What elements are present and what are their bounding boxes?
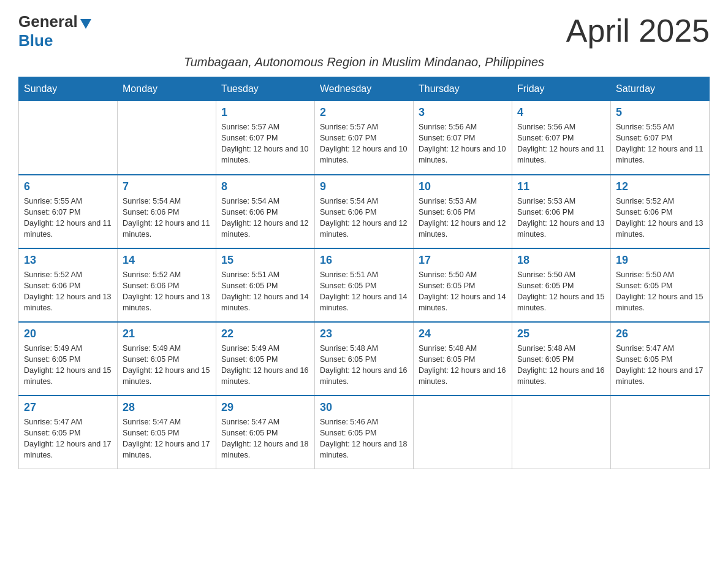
day-number: 23: [320, 327, 408, 340]
calendar-cell: 30Sunrise: 5:46 AM Sunset: 6:05 PM Dayli…: [315, 396, 414, 469]
calendar-cell: 29Sunrise: 5:47 AM Sunset: 6:05 PM Dayli…: [216, 396, 315, 469]
day-info: Sunrise: 5:54 AM Sunset: 6:06 PM Dayligh…: [320, 196, 408, 240]
day-info: Sunrise: 5:52 AM Sunset: 6:06 PM Dayligh…: [616, 196, 704, 240]
day-number: 8: [221, 180, 309, 193]
logo-blue: Blue: [18, 31, 53, 50]
calendar-day-header: Sunday: [19, 77, 118, 101]
subtitle: Tumbagaan, Autonomous Region in Muslim M…: [18, 55, 710, 69]
calendar-cell: 7Sunrise: 5:54 AM Sunset: 6:06 PM Daylig…: [118, 175, 216, 248]
day-info: Sunrise: 5:53 AM Sunset: 6:06 PM Dayligh…: [517, 196, 605, 240]
day-info: Sunrise: 5:49 AM Sunset: 6:05 PM Dayligh…: [24, 343, 112, 388]
day-info: Sunrise: 5:55 AM Sunset: 6:07 PM Dayligh…: [24, 196, 112, 240]
calendar-cell: 26Sunrise: 5:47 AM Sunset: 6:05 PM Dayli…: [611, 322, 710, 396]
calendar-cell: 24Sunrise: 5:48 AM Sunset: 6:05 PM Dayli…: [414, 322, 512, 396]
calendar-cell: 11Sunrise: 5:53 AM Sunset: 6:06 PM Dayli…: [512, 175, 611, 248]
calendar-cell: 17Sunrise: 5:50 AM Sunset: 6:05 PM Dayli…: [414, 248, 512, 322]
day-info: Sunrise: 5:47 AM Sunset: 6:05 PM Dayligh…: [221, 416, 309, 461]
day-number: 22: [221, 327, 309, 340]
day-number: 2: [320, 106, 408, 119]
day-number: 20: [24, 327, 112, 340]
calendar-day-header: Saturday: [611, 77, 710, 101]
calendar-cell: 25Sunrise: 5:48 AM Sunset: 6:05 PM Dayli…: [512, 322, 611, 396]
day-number: 6: [24, 180, 112, 193]
day-number: 14: [123, 254, 211, 267]
day-number: 5: [616, 106, 704, 119]
day-number: 17: [419, 254, 507, 267]
calendar-table: SundayMondayTuesdayWednesdayThursdayFrid…: [18, 77, 710, 469]
calendar-week-row: 13Sunrise: 5:52 AM Sunset: 6:06 PM Dayli…: [19, 248, 710, 322]
day-info: Sunrise: 5:54 AM Sunset: 6:06 PM Dayligh…: [221, 196, 309, 240]
svg-marker-0: [80, 19, 91, 29]
calendar-cell: [611, 396, 710, 469]
day-number: 30: [320, 401, 408, 414]
day-info: Sunrise: 5:57 AM Sunset: 6:07 PM Dayligh…: [320, 121, 408, 166]
day-info: Sunrise: 5:50 AM Sunset: 6:05 PM Dayligh…: [419, 269, 507, 314]
calendar-day-header: Wednesday: [315, 77, 414, 101]
calendar-week-row: 27Sunrise: 5:47 AM Sunset: 6:05 PM Dayli…: [19, 396, 710, 469]
calendar-cell: 27Sunrise: 5:47 AM Sunset: 6:05 PM Dayli…: [19, 396, 118, 469]
day-info: Sunrise: 5:46 AM Sunset: 6:05 PM Dayligh…: [320, 416, 408, 461]
calendar-cell: 20Sunrise: 5:49 AM Sunset: 6:05 PM Dayli…: [19, 322, 118, 396]
calendar-cell: [414, 396, 512, 469]
month-title: April 2025: [566, 12, 710, 49]
calendar-day-header: Tuesday: [216, 77, 315, 101]
day-info: Sunrise: 5:55 AM Sunset: 6:07 PM Dayligh…: [616, 121, 704, 166]
day-number: 9: [320, 180, 408, 193]
calendar-cell: 5Sunrise: 5:55 AM Sunset: 6:07 PM Daylig…: [611, 101, 710, 175]
calendar-cell: 1Sunrise: 5:57 AM Sunset: 6:07 PM Daylig…: [216, 101, 315, 175]
day-number: 24: [419, 327, 507, 340]
calendar-week-row: 6Sunrise: 5:55 AM Sunset: 6:07 PM Daylig…: [19, 175, 710, 248]
day-info: Sunrise: 5:57 AM Sunset: 6:07 PM Dayligh…: [221, 121, 309, 166]
calendar-cell: 15Sunrise: 5:51 AM Sunset: 6:05 PM Dayli…: [216, 248, 315, 322]
day-number: 3: [419, 106, 507, 119]
day-info: Sunrise: 5:51 AM Sunset: 6:05 PM Dayligh…: [221, 269, 309, 314]
calendar-cell: 19Sunrise: 5:50 AM Sunset: 6:05 PM Dayli…: [611, 248, 710, 322]
day-number: 26: [616, 327, 704, 340]
calendar-cell: 22Sunrise: 5:49 AM Sunset: 6:05 PM Dayli…: [216, 322, 315, 396]
calendar-cell: 10Sunrise: 5:53 AM Sunset: 6:06 PM Dayli…: [414, 175, 512, 248]
calendar-cell: [512, 396, 611, 469]
calendar-cell: 6Sunrise: 5:55 AM Sunset: 6:07 PM Daylig…: [19, 175, 118, 248]
calendar-cell: 2Sunrise: 5:57 AM Sunset: 6:07 PM Daylig…: [315, 101, 414, 175]
calendar-day-header: Thursday: [414, 77, 512, 101]
day-info: Sunrise: 5:49 AM Sunset: 6:05 PM Dayligh…: [123, 343, 211, 388]
logo-general: General: [18, 12, 78, 31]
calendar-header-row: SundayMondayTuesdayWednesdayThursdayFrid…: [19, 77, 710, 101]
day-number: 19: [616, 254, 704, 267]
day-info: Sunrise: 5:48 AM Sunset: 6:05 PM Dayligh…: [517, 343, 605, 388]
calendar-cell: [118, 101, 216, 175]
calendar-cell: 16Sunrise: 5:51 AM Sunset: 6:05 PM Dayli…: [315, 248, 414, 322]
day-info: Sunrise: 5:47 AM Sunset: 6:05 PM Dayligh…: [616, 343, 704, 388]
page-header: General Blue April 2025: [18, 12, 710, 50]
calendar-cell: 14Sunrise: 5:52 AM Sunset: 6:06 PM Dayli…: [118, 248, 216, 322]
day-number: 12: [616, 180, 704, 193]
day-number: 11: [517, 180, 605, 193]
day-info: Sunrise: 5:53 AM Sunset: 6:06 PM Dayligh…: [419, 196, 507, 240]
calendar-cell: 9Sunrise: 5:54 AM Sunset: 6:06 PM Daylig…: [315, 175, 414, 248]
day-info: Sunrise: 5:48 AM Sunset: 6:05 PM Dayligh…: [320, 343, 408, 388]
calendar-cell: 28Sunrise: 5:47 AM Sunset: 6:05 PM Dayli…: [118, 396, 216, 469]
day-number: 25: [517, 327, 605, 340]
calendar-cell: 4Sunrise: 5:56 AM Sunset: 6:07 PM Daylig…: [512, 101, 611, 175]
calendar-day-header: Friday: [512, 77, 611, 101]
calendar-cell: 3Sunrise: 5:56 AM Sunset: 6:07 PM Daylig…: [414, 101, 512, 175]
day-info: Sunrise: 5:48 AM Sunset: 6:05 PM Dayligh…: [419, 343, 507, 388]
day-info: Sunrise: 5:50 AM Sunset: 6:05 PM Dayligh…: [517, 269, 605, 314]
calendar-cell: 12Sunrise: 5:52 AM Sunset: 6:06 PM Dayli…: [611, 175, 710, 248]
day-info: Sunrise: 5:52 AM Sunset: 6:06 PM Dayligh…: [24, 269, 112, 314]
day-number: 29: [221, 401, 309, 414]
day-info: Sunrise: 5:47 AM Sunset: 6:05 PM Dayligh…: [24, 416, 112, 461]
calendar-week-row: 20Sunrise: 5:49 AM Sunset: 6:05 PM Dayli…: [19, 322, 710, 396]
day-number: 16: [320, 254, 408, 267]
day-info: Sunrise: 5:56 AM Sunset: 6:07 PM Dayligh…: [517, 121, 605, 166]
calendar-week-row: 1Sunrise: 5:57 AM Sunset: 6:07 PM Daylig…: [19, 101, 710, 175]
calendar-cell: [19, 101, 118, 175]
calendar-cell: 18Sunrise: 5:50 AM Sunset: 6:05 PM Dayli…: [512, 248, 611, 322]
day-number: 15: [221, 254, 309, 267]
day-info: Sunrise: 5:49 AM Sunset: 6:05 PM Dayligh…: [221, 343, 309, 388]
day-number: 13: [24, 254, 112, 267]
day-info: Sunrise: 5:50 AM Sunset: 6:05 PM Dayligh…: [616, 269, 704, 314]
day-number: 10: [419, 180, 507, 193]
calendar-day-header: Monday: [118, 77, 216, 101]
day-number: 18: [517, 254, 605, 267]
